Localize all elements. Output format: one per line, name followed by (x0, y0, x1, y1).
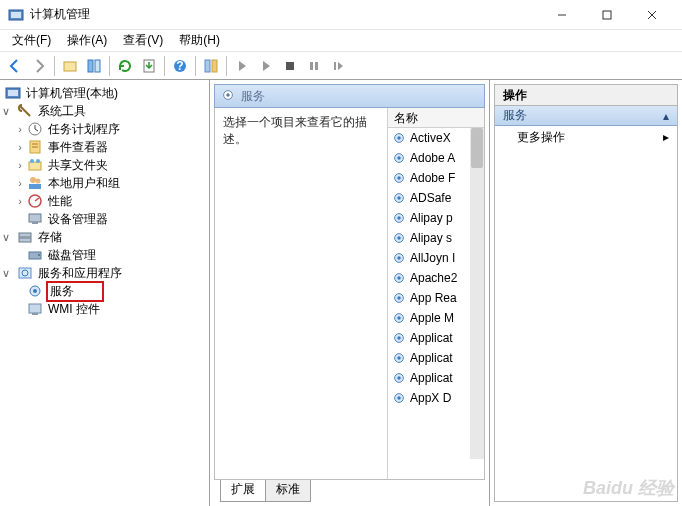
device-icon (27, 211, 43, 227)
gear-icon (392, 231, 406, 245)
clock-icon (27, 121, 43, 137)
service-row[interactable]: ActiveX (388, 128, 470, 148)
svg-point-62 (397, 296, 401, 300)
show-hide-button[interactable] (83, 55, 105, 77)
service-name: Adobe F (410, 171, 455, 185)
expand-icon[interactable]: › (14, 177, 26, 189)
service-row[interactable]: Apache2 (388, 268, 470, 288)
tree-task-scheduler[interactable]: ›任务计划程序 (0, 120, 209, 138)
expand-icon[interactable]: › (14, 159, 26, 171)
svg-rect-19 (8, 90, 18, 96)
minimize-button[interactable] (539, 0, 584, 30)
menu-view[interactable]: 查看(V) (115, 30, 171, 51)
maximize-button[interactable] (584, 0, 629, 30)
column-header-name[interactable]: 名称 (388, 108, 484, 128)
expand-icon[interactable]: › (14, 123, 26, 135)
service-row[interactable]: Applicat (388, 368, 470, 388)
stop-button[interactable] (279, 55, 301, 77)
tab-extended[interactable]: 扩展 (220, 480, 266, 502)
actions-section[interactable]: 服务 ▴ (495, 106, 677, 126)
svg-point-46 (397, 136, 401, 140)
service-row[interactable]: App Rea (388, 288, 470, 308)
service-name: Applicat (410, 371, 453, 385)
restart-button[interactable] (327, 55, 349, 77)
collapse-icon[interactable]: ∨ (0, 105, 12, 118)
tree-services-apps[interactable]: ∨服务和应用程序 (0, 264, 209, 282)
tree-disk-mgmt[interactable]: 磁盘管理 (0, 246, 209, 264)
tree-device-manager[interactable]: 设备管理器 (0, 210, 209, 228)
gear-icon (392, 191, 406, 205)
menu-action[interactable]: 操作(A) (59, 30, 115, 51)
up-button[interactable] (59, 55, 81, 77)
back-button[interactable] (4, 55, 26, 77)
tree-storage[interactable]: ∨存储 (0, 228, 209, 246)
actions-more[interactable]: 更多操作 ▸ (495, 126, 677, 148)
svg-point-70 (397, 376, 401, 380)
play2-button[interactable] (255, 55, 277, 77)
svg-point-26 (36, 159, 40, 163)
forward-button[interactable] (28, 55, 50, 77)
menu-help[interactable]: 帮助(H) (171, 30, 228, 51)
service-row[interactable]: AppX D (388, 388, 470, 408)
service-name: Apache2 (410, 271, 457, 285)
main-area: 计算机管理(本地) ∨系统工具 ›任务计划程序 ›事件查看器 ›共享文件夹 ›本… (0, 80, 682, 506)
service-row[interactable]: Adobe F (388, 168, 470, 188)
tree-wmi[interactable]: WMI 控件 (0, 300, 209, 318)
close-button[interactable] (629, 0, 674, 30)
gear-icon (392, 291, 406, 305)
refresh-button[interactable] (114, 55, 136, 77)
svg-point-48 (397, 156, 401, 160)
gear-icon (392, 311, 406, 325)
svg-rect-29 (29, 184, 41, 189)
export-button[interactable] (138, 55, 160, 77)
service-row[interactable]: Applicat (388, 348, 470, 368)
tree-shared-folders[interactable]: ›共享文件夹 (0, 156, 209, 174)
service-row[interactable]: ADSafe (388, 188, 470, 208)
service-row[interactable]: Apple M (388, 308, 470, 328)
toolbar-separator (195, 56, 196, 76)
scrollbar-thumb[interactable] (471, 128, 483, 168)
service-row[interactable]: Adobe A (388, 148, 470, 168)
service-name: AppX D (410, 391, 451, 405)
service-row[interactable]: AllJoyn I (388, 248, 470, 268)
tree-root[interactable]: 计算机管理(本地) (0, 84, 209, 102)
play-button[interactable] (231, 55, 253, 77)
actions-header: 操作 (494, 84, 678, 106)
service-row[interactable]: Alipay p (388, 208, 470, 228)
svg-point-28 (36, 179, 41, 184)
service-name: Applicat (410, 331, 453, 345)
svg-rect-8 (95, 60, 100, 72)
expand-icon[interactable]: › (14, 141, 26, 153)
service-row[interactable]: Alipay s (388, 228, 470, 248)
svg-rect-7 (88, 60, 93, 72)
gear-icon (392, 171, 406, 185)
service-row[interactable]: Applicat (388, 328, 470, 348)
expand-icon[interactable]: › (14, 195, 26, 207)
pause-button[interactable] (303, 55, 325, 77)
gear-icon (27, 283, 43, 299)
collapse-icon[interactable]: ∨ (0, 267, 12, 280)
collapse-icon[interactable]: ∨ (0, 231, 12, 244)
tree-event-viewer[interactable]: ›事件查看器 (0, 138, 209, 156)
help-button[interactable]: ? (169, 55, 191, 77)
svg-rect-41 (29, 304, 41, 313)
gear-icon (392, 131, 406, 145)
services-list: 名称 ActiveXAdobe AAdobe FADSafeAlipay pAl… (387, 108, 484, 479)
tab-standard[interactable]: 标准 (265, 480, 311, 502)
services-panel: 服务 选择一个项目来查看它的描述。 名称 ActiveXAdobe AAdobe… (210, 80, 490, 506)
gear-icon (221, 88, 235, 105)
tree-services[interactable]: 服务 (0, 282, 209, 300)
vertical-scrollbar[interactable] (470, 128, 484, 459)
toolbar-separator (109, 56, 110, 76)
tree-system-tools[interactable]: ∨系统工具 (0, 102, 209, 120)
service-name: Alipay p (410, 211, 453, 225)
tree-local-users[interactable]: ›本地用户和组 (0, 174, 209, 192)
tree-performance[interactable]: ›性能 (0, 192, 209, 210)
gear-icon (392, 351, 406, 365)
menu-bar: 文件(F) 操作(A) 查看(V) 帮助(H) (0, 30, 682, 52)
service-name: ADSafe (410, 191, 451, 205)
menu-file[interactable]: 文件(F) (4, 30, 59, 51)
service-name: AllJoyn I (410, 251, 455, 265)
svg-rect-33 (19, 233, 31, 237)
properties-button[interactable] (200, 55, 222, 77)
